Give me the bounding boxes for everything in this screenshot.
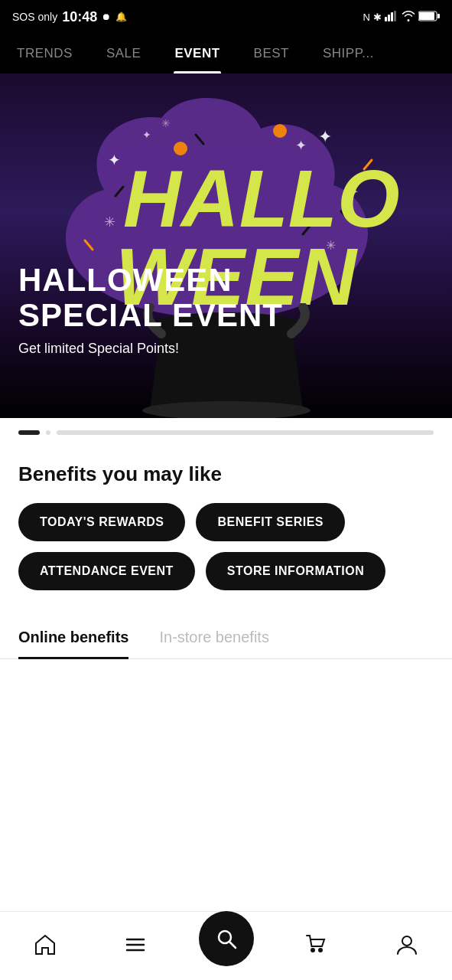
- tab-best[interactable]: BEST: [237, 34, 306, 74]
- record-icon: ⏺: [102, 11, 111, 22]
- attendance-event-button[interactable]: ATTENDANCE EVENT: [18, 552, 195, 590]
- tab-instore-benefits[interactable]: In-store benefits: [159, 629, 268, 659]
- nav-tabs: TRENDS SALE EVENT BEST SHIPP...: [0, 34, 452, 74]
- svg-text:✦: ✦: [295, 138, 307, 153]
- svg-text:✳: ✳: [104, 214, 115, 230]
- svg-text:✦: ✦: [318, 127, 332, 146]
- status-time: 10:48: [62, 9, 97, 25]
- nav-cart[interactable]: [272, 933, 362, 959]
- svg-point-31: [319, 949, 322, 952]
- tab-sale[interactable]: SALE: [89, 34, 158, 74]
- svg-point-32: [402, 936, 411, 946]
- benefit-tabs: Online benefits In-store benefits: [0, 598, 452, 659]
- battery-icon: [418, 11, 440, 24]
- home-icon: [34, 933, 57, 959]
- nav-home[interactable]: [0, 933, 90, 959]
- nav-search[interactable]: [180, 926, 271, 966]
- profile-icon: [395, 933, 418, 959]
- svg-rect-6: [437, 14, 440, 18]
- tab-shipping[interactable]: SHIPP...: [306, 34, 391, 74]
- hero-subtitle: Get limited Special Points!: [18, 341, 283, 357]
- halloween-hallo-text: HALLO: [123, 154, 400, 243]
- svg-rect-3: [394, 11, 396, 21]
- status-right: N ✱: [363, 11, 440, 24]
- bottom-nav: [0, 911, 452, 980]
- svg-text:✦: ✦: [108, 152, 121, 168]
- search-fab[interactable]: [199, 911, 254, 966]
- tab-event[interactable]: EVENT: [158, 34, 236, 74]
- benefit-series-button[interactable]: BENEFIT SERIES: [196, 503, 345, 541]
- dot-active: [18, 430, 40, 435]
- wifi-icon: [402, 11, 415, 24]
- hero-text-overlay: HALLOWEEN SPECIAL EVENT Get limited Spec…: [18, 263, 283, 357]
- svg-point-16: [273, 124, 287, 138]
- benefit-buttons: TODAY'S REWARDS BENEFIT SERIES ATTENDANC…: [18, 503, 434, 590]
- nav-profile[interactable]: [362, 933, 452, 959]
- svg-text:✳: ✳: [161, 117, 171, 129]
- svg-rect-0: [385, 17, 387, 21]
- svg-text:✦: ✦: [142, 129, 151, 141]
- bluetooth-icon: ✱: [373, 11, 382, 23]
- sos-label: SOS only: [12, 11, 57, 23]
- bottom-spacer: [0, 659, 452, 728]
- status-left: SOS only 10:48 ⏺ 🔔: [12, 9, 127, 25]
- tab-trends[interactable]: TRENDS: [0, 34, 89, 74]
- status-bar: SOS only 10:48 ⏺ 🔔 N ✱: [0, 0, 452, 34]
- svg-rect-5: [419, 12, 434, 20]
- svg-rect-1: [388, 15, 390, 21]
- nfc-icon: N: [363, 11, 370, 23]
- hero-title: HALLOWEEN SPECIAL EVENT: [18, 263, 283, 333]
- benefits-title: Benefits you may like: [18, 462, 434, 486]
- benefits-section: Benefits you may like TODAY'S REWARDS BE…: [0, 447, 452, 598]
- nav-menu[interactable]: [90, 933, 180, 959]
- search-icon: [214, 926, 239, 951]
- hero-banner: ✦ ✦ ✦ ✦ ✦ ✳ ✳ ✳ HALLO WEEN: [0, 74, 452, 418]
- carousel-dots: [0, 418, 452, 447]
- menu-icon: [124, 933, 147, 959]
- store-information-button[interactable]: STORE INFORMATION: [206, 552, 385, 590]
- tab-online-benefits[interactable]: Online benefits: [18, 629, 128, 659]
- todays-rewards-button[interactable]: TODAY'S REWARDS: [18, 503, 185, 541]
- svg-rect-2: [391, 12, 393, 21]
- bell-icon: 🔔: [115, 11, 127, 22]
- signal-icon: [385, 11, 398, 24]
- svg-line-29: [229, 942, 236, 948]
- dot-1: [46, 430, 50, 435]
- cart-icon: [305, 933, 328, 959]
- dot-line: [57, 430, 434, 435]
- svg-point-30: [311, 949, 314, 952]
